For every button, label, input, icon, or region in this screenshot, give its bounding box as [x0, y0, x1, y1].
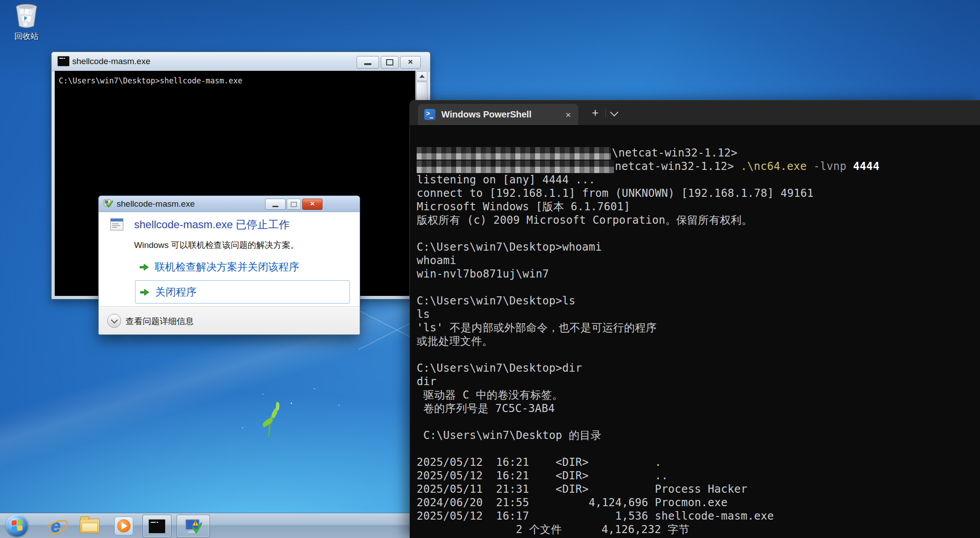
titlebar-separator [605, 108, 606, 117]
redacted-region [417, 161, 614, 173]
terminal-line: dir [417, 375, 980, 388]
terminal-line: 驱动器 C 中的卷没有标签。 [417, 388, 980, 402]
terminal-line: C:\Users\win7\Desktop 的目录 [417, 429, 980, 442]
program-window-icon [110, 218, 123, 230]
terminal-line: netcat-win32-1.12> .\nc64.exe -lvnp 4444 [417, 160, 980, 173]
terminal-line: 2025/05/11 21:31 <DIR> Process Hacker [417, 482, 980, 496]
tab-windows-powershell[interactable]: > Windows PowerShell × [418, 104, 578, 125]
dialog-titlebar[interactable]: shellcode-masm.exe × [99, 196, 360, 212]
scroll-up-button[interactable] [416, 71, 427, 81]
terminal-line [417, 281, 980, 294]
terminal-line: 'ls' 不是内部或外部命令，也不是可运行的程序 [417, 321, 980, 334]
terminal-line: whoami [417, 254, 980, 267]
terminal-line: C:\Users\win7\Desktop>ls [417, 294, 980, 308]
terminal-line: \netcat-win32-1.12> [417, 146, 980, 160]
green-arrow-icon [139, 263, 149, 271]
wallpaper-sparkle [291, 403, 292, 404]
start-button[interactable] [6, 514, 28, 537]
terminal-line [417, 442, 980, 456]
close-program-link[interactable]: 关闭程序 [139, 285, 196, 299]
console-window-title: shellcode-masm.exe [72, 56, 150, 66]
dialog-message: Windows 可以联机检查该问题的解决方案。 [134, 239, 299, 251]
terminal-line [417, 415, 980, 429]
new-tab-button[interactable]: + [588, 106, 602, 120]
recycle-bin-desktop-icon[interactable]: 回收站 [7, 3, 46, 42]
green-arrow-icon [139, 288, 150, 296]
view-problem-details-label[interactable]: 查看问题详细信息 [126, 316, 194, 327]
folder-icon [80, 519, 100, 533]
dialog-app-icon [104, 199, 113, 208]
terminal-window: > Windows PowerShell × + \netcat-win32-1… [409, 100, 980, 538]
terminal-line: 2025/05/12 16:17 1,536 shellcode-masm.ex… [417, 509, 980, 523]
wallpaper-sparkle [339, 405, 340, 406]
taskbar-console-button[interactable] [143, 515, 171, 538]
terminal-line [417, 348, 980, 361]
check-online-solution-link[interactable]: 联机检查解决方案并关闭该程序 [139, 260, 299, 274]
dialog-maximize-button[interactable] [287, 199, 301, 210]
taskbar-media-player-button[interactable] [110, 515, 138, 537]
details-expand-button[interactable] [107, 314, 121, 328]
terminal-line: connect to [192.168.1.1] from (UNKNOWN) … [417, 187, 980, 200]
close-button[interactable]: × [400, 56, 421, 69]
terminal-line: 或批处理文件。 [417, 334, 980, 348]
terminal-titlebar[interactable]: > Windows PowerShell × + [410, 100, 980, 125]
terminal-line: C:\Users\win7\Desktop>whoami [417, 240, 980, 254]
terminal-line: ls [417, 308, 980, 321]
wallpaper-sprout-leaf [261, 417, 274, 428]
tab-dropdown-chevron-icon[interactable] [610, 108, 618, 116]
terminal-line: C:\Users\win7\Desktop>dir [417, 361, 980, 375]
maximize-button[interactable] [381, 56, 399, 69]
terminal-line: 2 个文件 4,126,232 字节 [417, 523, 980, 536]
powershell-icon: > [424, 109, 436, 120]
terminal-line: 卷的序列号是 7C5C-3AB4 [417, 402, 980, 415]
terminal-line: win-nvl7bo871uj\win7 [417, 267, 980, 281]
dialog-title: shellcode-masm.exe [117, 199, 195, 209]
terminal-line: 2025/05/12 16:21 <DIR> .. [417, 469, 980, 482]
command-prompt-icon [148, 519, 166, 534]
console-window-icon [57, 56, 70, 66]
redacted-region [417, 147, 611, 160]
terminal-line: Microsoft Windows [版本 6.1.7601] [417, 200, 980, 213]
minimize-button[interactable] [357, 56, 379, 69]
terminal-line: listening on [any] 4444 ... [417, 173, 980, 187]
error-report-icon [185, 519, 202, 534]
dialog-heading: shellcode-masm.exe 已停止工作 [134, 217, 290, 232]
taskbar-explorer-button[interactable] [76, 515, 104, 537]
dialog-footer: 查看问题详细信息 [99, 306, 360, 334]
terminal-line: 版权所有 (c) 2009 Microsoft Corporation。保留所有… [417, 213, 980, 227]
media-player-icon [114, 516, 133, 535]
wallpaper-sparkle [242, 427, 243, 428]
wallpaper-sparkle [314, 388, 315, 389]
recycle-bin-icon [13, 3, 39, 29]
tab-close-icon[interactable]: × [566, 110, 571, 119]
dialog-close-button[interactable]: × [302, 199, 322, 210]
terminal-line [417, 227, 980, 240]
taskbar-error-report-button[interactable] [177, 515, 210, 538]
terminal-output[interactable]: \netcat-win32-1.12>netcat-win32-1.12> .\… [410, 125, 980, 538]
terminal-line: 2024/06/20 21:55 4,124,696 Procmon.exe [417, 496, 980, 509]
terminal-line: 2025/05/12 16:21 <DIR> . [417, 456, 980, 469]
tab-title: Windows PowerShell [441, 109, 531, 120]
windows-flag-icon [12, 520, 22, 532]
dialog-minimize-button[interactable] [265, 199, 286, 210]
error-dialog: shellcode-masm.exe × shellcode-masm.exe … [98, 195, 360, 335]
console-titlebar[interactable]: shellcode-masm.exe × [52, 52, 430, 71]
wallpaper-sparkle [262, 394, 263, 395]
chevron-down-icon [111, 317, 118, 324]
close-program-focus-box: 关闭程序 [135, 280, 350, 304]
taskbar-internet-explorer-button[interactable]: e [42, 515, 70, 537]
desktop-screen: 回收站 Hacker shellcode-masm.exe × C:\Users… [0, 0, 980, 538]
recycle-bin-label: 回收站 [7, 31, 46, 42]
wallpaper-sprout-leaf [275, 402, 280, 410]
terminal-lines: \netcat-win32-1.12>netcat-win32-1.12> .\… [417, 146, 980, 536]
